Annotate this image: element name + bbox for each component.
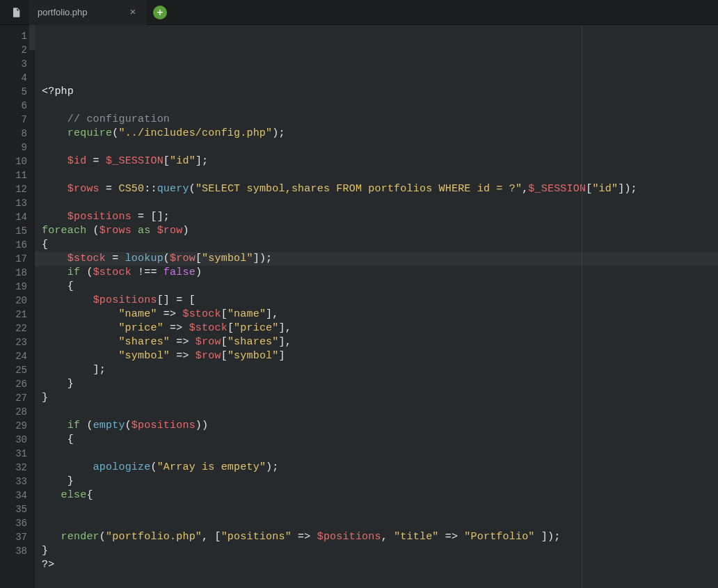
new-tab-button[interactable]: + — [153, 6, 167, 19]
code-token: [] = [ — [157, 294, 196, 306]
line-number: 38 — [0, 544, 34, 558]
code-token: ); — [266, 461, 278, 473]
code-line[interactable] — [42, 572, 718, 586]
column-ruler — [582, 25, 582, 588]
code-line[interactable]: ?> — [42, 558, 718, 572]
code-token: ); — [272, 127, 285, 139]
code-line[interactable]: // configuration — [42, 113, 718, 127]
code-token — [131, 225, 138, 237]
code-line[interactable]: "shares" => $row["shares"], — [42, 335, 718, 349]
code-token — [42, 127, 67, 139]
code-token: => — [292, 531, 317, 543]
code-token: ( — [80, 420, 93, 431]
code-line[interactable]: $rows = CS50::query("SELECT symbol,share… — [42, 182, 718, 196]
code-token: "id" — [170, 155, 196, 167]
code-token: [ — [163, 155, 170, 167]
code-token — [42, 267, 67, 278]
code-token — [42, 322, 118, 334]
code-token: "name" — [118, 308, 157, 320]
code-line[interactable]: "name" => $stock["name"], — [42, 308, 718, 321]
code-token: { — [42, 434, 74, 445]
code-line[interactable]: } — [42, 377, 718, 391]
code-token: as — [138, 225, 150, 237]
code-token: ( — [125, 420, 131, 431]
code-token: $_SESSION — [528, 183, 586, 195]
code-token: )) — [196, 420, 208, 431]
code-line[interactable]: } — [42, 391, 718, 405]
code-line[interactable]: if (empty($positions)) — [42, 419, 718, 433]
code-line[interactable]: { — [42, 433, 718, 447]
line-number: 14 — [0, 210, 34, 224]
file-browser-icon[interactable] — [3, 0, 29, 25]
code-line[interactable]: <?php — [42, 85, 718, 99]
code-line[interactable] — [42, 516, 718, 530]
code-token: } — [42, 392, 48, 404]
code-token: apologize — [93, 461, 151, 473]
code-line[interactable]: { — [42, 238, 718, 252]
code-line[interactable] — [42, 196, 718, 210]
code-token: ( — [99, 531, 106, 543]
code-line[interactable]: foreach ($rows as $row) — [42, 224, 718, 238]
line-number: 7 — [0, 113, 34, 127]
close-icon[interactable]: × — [127, 7, 138, 18]
code-token: "../includes/config.php" — [118, 127, 272, 139]
code-line[interactable] — [42, 141, 718, 154]
code-token: <?php — [42, 86, 74, 97]
code-token: => — [163, 322, 189, 334]
line-number: 15 — [0, 224, 34, 238]
code-line[interactable]: $positions = []; — [42, 210, 718, 224]
code-token: $stock — [67, 253, 106, 264]
code-token: [ — [228, 322, 234, 334]
code-token: !== — [131, 267, 163, 278]
code-line[interactable] — [42, 405, 718, 419]
line-number: 6 — [0, 99, 34, 113]
code-token: "id" — [592, 183, 618, 195]
line-number: 18 — [0, 266, 34, 280]
code-line[interactable]: "price" => $stock["price"], — [42, 321, 718, 335]
code-token: = — [86, 155, 106, 167]
code-line[interactable]: apologize("Array is empety"); — [42, 461, 718, 475]
code-line[interactable]: require("../includes/config.php"); — [42, 127, 718, 141]
code-area[interactable]: <?php // configuration require("../inclu… — [35, 25, 718, 588]
line-number: 26 — [0, 377, 34, 391]
code-line[interactable] — [42, 502, 718, 516]
code-token — [150, 225, 157, 237]
code-line[interactable] — [42, 168, 718, 182]
code-line[interactable]: $id = $_SESSION["id"]; — [42, 154, 718, 168]
line-number: 10 — [0, 154, 34, 168]
code-line[interactable]: } — [42, 544, 718, 558]
code-line[interactable]: if ($stock !== false) — [42, 266, 718, 280]
code-token: , [ — [202, 531, 221, 543]
line-number: 22 — [0, 321, 34, 335]
code-line[interactable]: $stock = lookup($row["symbol"]); — [42, 252, 718, 266]
tab-portfolio-php[interactable]: portfolio.php× — [29, 0, 147, 25]
code-line[interactable] — [42, 447, 718, 461]
line-number: 30 — [0, 433, 34, 447]
line-number: 34 — [0, 488, 34, 502]
code-line[interactable] — [42, 99, 718, 113]
code-token: , — [381, 531, 394, 543]
code-token — [42, 113, 67, 125]
code-token — [42, 336, 118, 348]
code-line[interactable]: $positions[] = [ — [42, 294, 718, 308]
code-line[interactable]: "symbol" => $row["symbol"] — [42, 349, 718, 363]
code-token: ]); — [535, 531, 561, 543]
code-token: $row — [196, 350, 221, 362]
code-line[interactable]: { — [42, 280, 718, 294]
code-line[interactable]: render("portfolio.php", ["positions" => … — [42, 530, 718, 544]
line-number: 35 — [0, 502, 34, 516]
code-token: [ — [221, 336, 228, 348]
line-number: 9 — [0, 141, 34, 154]
code-token: empty — [93, 420, 125, 431]
line-number: 17 — [0, 252, 34, 266]
code-line[interactable]: ]; — [42, 363, 718, 377]
code-token: => — [170, 350, 196, 362]
line-number: 11 — [0, 168, 34, 182]
code-token: $rows — [99, 225, 131, 237]
line-number: 13 — [0, 196, 34, 210]
code-line[interactable]: } — [42, 475, 718, 488]
code-line[interactable]: else{ — [42, 488, 718, 502]
code-token: = — [99, 183, 119, 195]
code-token: "price" — [118, 322, 163, 334]
code-token: CS50 — [118, 183, 144, 195]
